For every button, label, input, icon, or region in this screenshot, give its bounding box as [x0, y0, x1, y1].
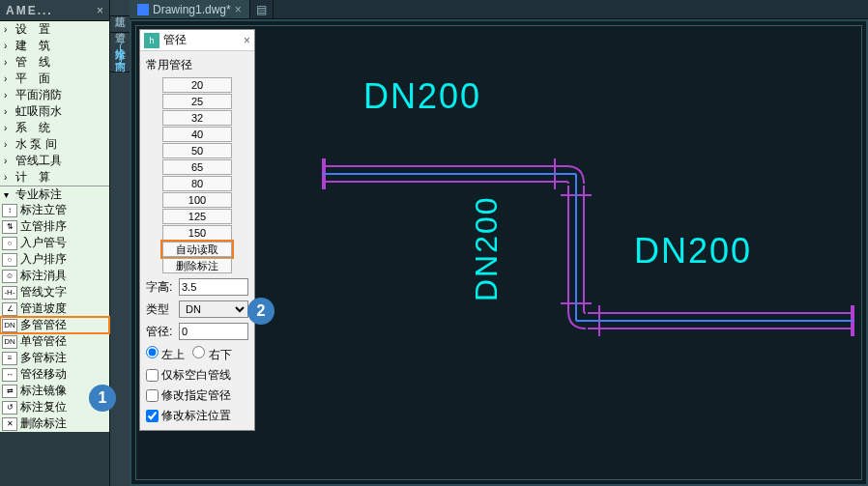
main-area: Drawing1.dwg* × ▤ h 管径 × 常用管径 2025324050… — [130, 0, 868, 486]
chevron-right-icon: › — [4, 172, 12, 183]
plus-icon: ▤ — [256, 3, 267, 16]
side-tab-build[interactable]: 建筑 — [110, 0, 130, 16]
tree-item[interactable]: ›管 线 — [0, 54, 109, 71]
item-icon: ↔ — [2, 368, 17, 382]
pipe-drawing: DN200 DN200 DN200 — [131, 21, 866, 485]
tree-item[interactable]: ›设 置 — [0, 21, 109, 38]
side-tab-drain[interactable]: 给排水(室内) — [110, 33, 130, 72]
chevron-right-icon: › — [4, 57, 12, 68]
item-icon: ⇄ — [2, 385, 17, 398]
new-tab-button[interactable]: ▤ — [250, 0, 274, 18]
palette-item[interactable]: ⇅立管排序 — [0, 218, 109, 235]
tree-item[interactable]: ›管线工具 — [0, 153, 109, 169]
tabbar: Drawing1.dwg* × ▤ — [130, 0, 868, 19]
item-icon: -H- — [2, 286, 17, 300]
palette-item[interactable]: DN多管管径 — [0, 317, 109, 333]
item-icon: ○ — [2, 253, 17, 267]
dwg-icon — [137, 4, 149, 15]
document-tab[interactable]: Drawing1.dwg* × — [130, 0, 250, 18]
item-icon: ☺ — [2, 270, 17, 283]
chevron-down-icon: ▾ — [4, 189, 12, 200]
section-label: 专业标注 — [15, 186, 62, 203]
chevron-right-icon: › — [4, 24, 12, 35]
palette-item[interactable]: -H-管线文字 — [0, 284, 109, 300]
palette-section[interactable]: ▾ 专业标注 — [0, 186, 109, 202]
palette-item[interactable]: ∠管道坡度 — [0, 300, 109, 317]
tree-item[interactable]: ›建 筑 — [0, 38, 109, 54]
close-icon[interactable]: × — [97, 4, 103, 17]
palette-title: AME... — [6, 4, 91, 17]
item-icon: DN — [2, 319, 17, 332]
chevron-right-icon: › — [4, 156, 12, 166]
chevron-right-icon: › — [4, 73, 12, 84]
palette-item[interactable]: ↕标注立管 — [0, 202, 109, 218]
callout-badge-1: 1 — [89, 385, 116, 412]
palette-item[interactable]: ○入户排序 — [0, 251, 109, 268]
pipe-label-right: DN200 — [634, 231, 752, 271]
tree-item[interactable]: ›平 面 — [0, 71, 109, 87]
item-icon: ↕ — [2, 204, 17, 217]
chevron-right-icon: › — [4, 106, 12, 117]
item-icon: ≡ — [2, 352, 17, 365]
item-icon: DN — [2, 335, 17, 349]
chevron-right-icon: › — [4, 41, 12, 51]
palette-item[interactable]: ≡多管标注 — [0, 350, 109, 366]
chevron-right-icon: › — [4, 139, 12, 150]
item-icon: ✕ — [2, 417, 17, 431]
callout-badge-2: 2 — [247, 298, 275, 325]
palette-item[interactable]: ☺标注消具 — [0, 268, 109, 284]
drawing-canvas[interactable]: h 管径 × 常用管径 20253240506580100125150 自动读取… — [130, 19, 868, 486]
palette-item[interactable]: ↔管径移动 — [0, 366, 109, 383]
palette-tree: ›设 置›建 筑›管 线›平 面›平面消防›虹吸雨水›系 统›水 泵 间›管线工… — [0, 21, 109, 186]
chevron-right-icon: › — [4, 123, 12, 133]
side-tabs: 建筑 管道 给排水(室内) — [110, 0, 130, 486]
tree-item[interactable]: ›虹吸雨水 — [0, 103, 109, 120]
tab-label: Drawing1.dwg* — [153, 3, 231, 16]
item-icon: ↺ — [2, 401, 17, 415]
item-icon: ⇅ — [2, 220, 17, 234]
pipe-label-mid: DN200 — [469, 195, 504, 301]
palette-item[interactable]: DN单管管径 — [0, 333, 109, 350]
tool-palette: AME... × ›设 置›建 筑›管 线›平 面›平面消防›虹吸雨水›系 统›… — [0, 0, 110, 486]
chevron-right-icon: › — [4, 90, 12, 100]
palette-item[interactable]: ✕删除标注 — [0, 415, 109, 432]
pipe-label-top: DN200 — [363, 76, 481, 116]
tree-item[interactable]: ›水 泵 间 — [0, 136, 109, 153]
tree-item[interactable]: ›平面消防 — [0, 87, 109, 103]
palette-item[interactable]: ○入户管号 — [0, 235, 109, 251]
side-tab-pipe[interactable]: 管道 — [110, 16, 130, 33]
tree-item[interactable]: ›计 算 — [0, 169, 109, 186]
tab-close-icon[interactable]: × — [235, 3, 242, 16]
tree-item[interactable]: ›系 统 — [0, 120, 109, 136]
item-icon: ∠ — [2, 302, 17, 316]
palette-header[interactable]: AME... × — [0, 0, 109, 21]
item-icon: ○ — [2, 237, 17, 250]
